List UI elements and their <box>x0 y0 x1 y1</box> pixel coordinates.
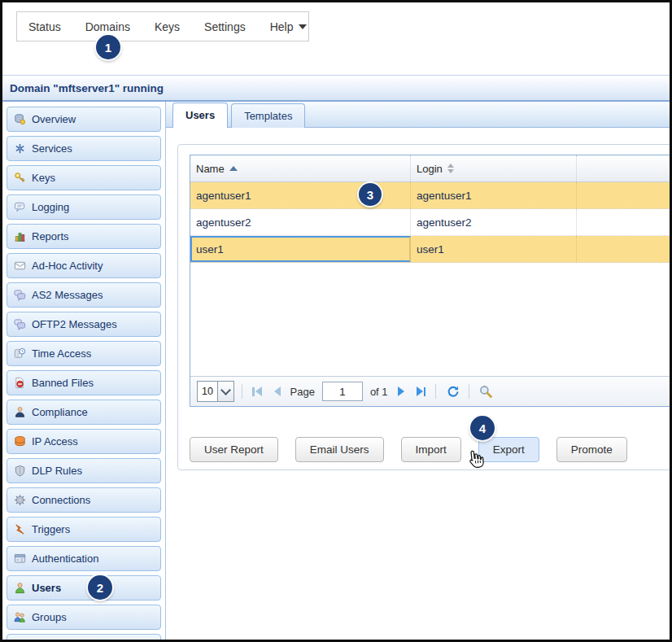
menu-item-label: Settings <box>204 20 246 33</box>
page-label: Page <box>290 386 315 398</box>
next-page-button[interactable] <box>395 384 407 399</box>
sidebar-item-label: OFTP2 Messages <box>32 318 117 330</box>
sidebar-item-banned-files[interactable]: Banned Files <box>7 370 161 395</box>
menu-item-label: Help <box>270 20 294 33</box>
key-icon <box>13 172 26 185</box>
promote-button[interactable]: Promote <box>556 437 627 462</box>
menu-item-label: Keys <box>155 20 180 33</box>
callout-badge-1: 1 <box>96 35 120 59</box>
sidebar-item-ip-access[interactable]: IP Access <box>7 429 161 454</box>
first-page-button[interactable] <box>250 384 264 399</box>
speech-bubble-icon <box>13 201 26 214</box>
refresh-icon[interactable] <box>443 382 461 400</box>
tab-users[interactable]: Users <box>172 103 228 128</box>
domain-status-header: Domain "mftserver1" running <box>2 75 670 102</box>
chat-bubbles-icon <box>13 318 26 331</box>
sidebar-item-connections[interactable]: Connections <box>7 487 161 513</box>
sidebar-item-reports[interactable]: Reports <box>7 224 161 249</box>
sidebar-item-label: AS2 Messages <box>32 289 103 301</box>
cell-login: agentuser2 <box>411 209 577 235</box>
table-row-agentuser2[interactable]: agentuser2agentuser2 <box>190 209 672 236</box>
sidebar-item-label: Ad-Hoc Activity <box>32 260 103 272</box>
sidebar-item-label: Authentication <box>32 552 98 565</box>
pagination-toolbar: 10 Page of 1 <box>190 376 672 406</box>
column-header-login[interactable]: Login <box>411 155 577 181</box>
cell-name: user1 <box>190 236 411 262</box>
sidebar-item-services[interactable]: Services <box>7 136 161 161</box>
menu-item-status[interactable]: Status <box>28 20 61 33</box>
services-icon <box>13 142 26 155</box>
sidebar-item-groups[interactable]: Groups <box>7 605 161 630</box>
toolbar-separator <box>242 384 242 399</box>
sidebar-item-ad-hoc-activity[interactable]: Ad-Hoc Activity <box>7 253 161 278</box>
email-users-button[interactable]: Email Users <box>295 437 384 462</box>
cell-login: user1 <box>411 236 577 262</box>
column-header-name-label: Name <box>196 163 225 175</box>
sidebar-item-label: Logging <box>32 201 69 213</box>
table-header-row: Name Login <box>190 155 672 182</box>
sidebar-item-label: Connections <box>32 494 90 506</box>
column-header-login-label: Login <box>417 163 443 175</box>
page-size-value: 10 <box>198 382 217 401</box>
sidebar-item-overview[interactable]: Overview <box>7 107 161 132</box>
sidebar-item-time-access[interactable]: Time Access <box>7 341 161 366</box>
sidebar-item-keys[interactable]: Keys <box>7 165 161 190</box>
table-row-agentuser1[interactable]: agentuser1agentuser1 <box>190 182 672 209</box>
page-number-input[interactable] <box>322 382 363 401</box>
menu-item-settings[interactable]: Settings <box>204 20 246 33</box>
user-report-button[interactable]: User Report <box>190 437 278 462</box>
banned-file-icon <box>13 377 26 390</box>
sidebar-item-compliance[interactable]: Compliance <box>7 400 161 425</box>
sidebar-item-logging[interactable]: Logging <box>7 194 161 220</box>
page-size-select[interactable]: 10 <box>197 381 234 402</box>
sidebar-item-label: Users <box>32 582 61 594</box>
tab-templates[interactable]: Templates <box>231 103 305 128</box>
sidebar-item-oftp2-messages[interactable]: OFTP2 Messages <box>7 312 161 337</box>
import-button[interactable]: Import <box>401 437 461 462</box>
table-empty-area <box>190 263 672 376</box>
chat-bubbles-icon <box>13 289 26 302</box>
sidebar-item-label: Reports <box>32 230 69 242</box>
sort-ascending-icon <box>229 166 238 171</box>
bar-chart-icon <box>13 230 26 243</box>
sidebar-item-label: Banned Files <box>32 377 94 389</box>
cell-empty <box>577 182 672 208</box>
cell-login: agentuser1 <box>411 182 577 208</box>
search-icon[interactable] <box>477 382 495 400</box>
cell-empty <box>577 209 672 235</box>
sidebar-item-label: Overview <box>32 113 76 125</box>
toolbar-separator <box>435 384 436 399</box>
officer-icon <box>13 406 26 419</box>
last-page-button[interactable] <box>414 384 429 399</box>
menu-item-keys[interactable]: Keys <box>155 20 180 33</box>
menu-item-domains[interactable]: Domains <box>85 20 130 33</box>
sidebar-item-authentication[interactable]: Authentication <box>7 546 161 571</box>
sidebar-item-dlp-rules[interactable]: DLP Rules <box>7 458 161 483</box>
sidebar-item-users[interactable]: Users <box>7 575 161 601</box>
sort-both-icon <box>447 164 454 173</box>
cell-name: agentuser2 <box>190 209 411 235</box>
callout-badge-2: 2 <box>88 575 112 600</box>
action-buttons-row: User ReportEmail UsersImportExportPromot… <box>190 437 627 462</box>
toolbar-separator <box>469 384 469 399</box>
sidebar-item-as2-messages[interactable]: AS2 Messages <box>7 282 161 308</box>
sidebar-item-triggers[interactable]: Triggers <box>7 517 161 542</box>
sidebar-item-label: Compliance <box>32 406 88 418</box>
menu-item-label: Domains <box>85 20 130 33</box>
sidebar-item-partial[interactable] <box>7 634 161 640</box>
previous-page-button[interactable] <box>272 384 283 399</box>
chevron-down-icon <box>217 382 233 401</box>
column-header-name[interactable]: Name <box>190 155 411 181</box>
card-icon <box>13 552 26 566</box>
sidebar-item-label: Time Access <box>32 347 91 360</box>
sidebar-item-label: Services <box>32 142 72 155</box>
group-icon <box>13 611 26 624</box>
sidebar-navigation: OverviewServicesKeysLoggingReportsAd-Hoc… <box>2 102 166 640</box>
orange-database-icon <box>13 435 26 448</box>
sidebar-item-label: Triggers <box>32 523 70 535</box>
menu-item-help[interactable]: Help <box>270 20 308 33</box>
server-database-icon <box>13 113 26 126</box>
table-row-user1[interactable]: user1user1 <box>190 236 672 263</box>
column-header-empty <box>577 155 672 181</box>
export-button[interactable]: Export <box>478 437 539 462</box>
